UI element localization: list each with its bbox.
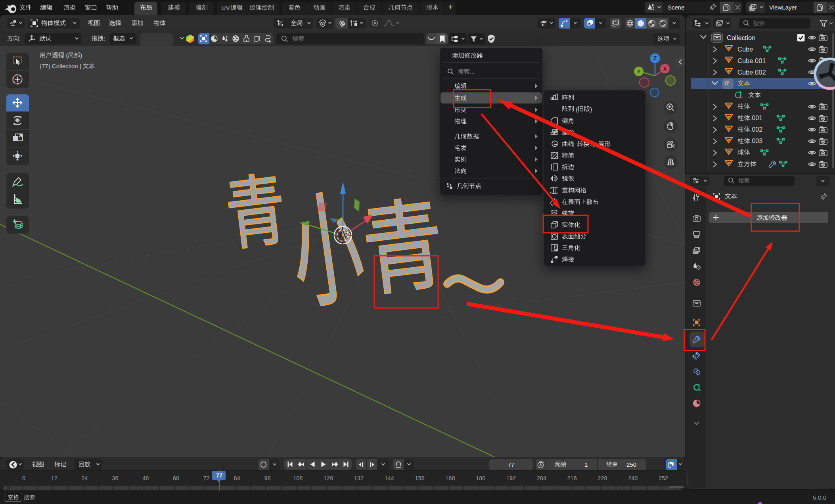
svg-text:Y: Y — [637, 69, 641, 75]
svg-text:Z: Z — [653, 55, 657, 61]
svg-text:X: X — [663, 66, 667, 72]
